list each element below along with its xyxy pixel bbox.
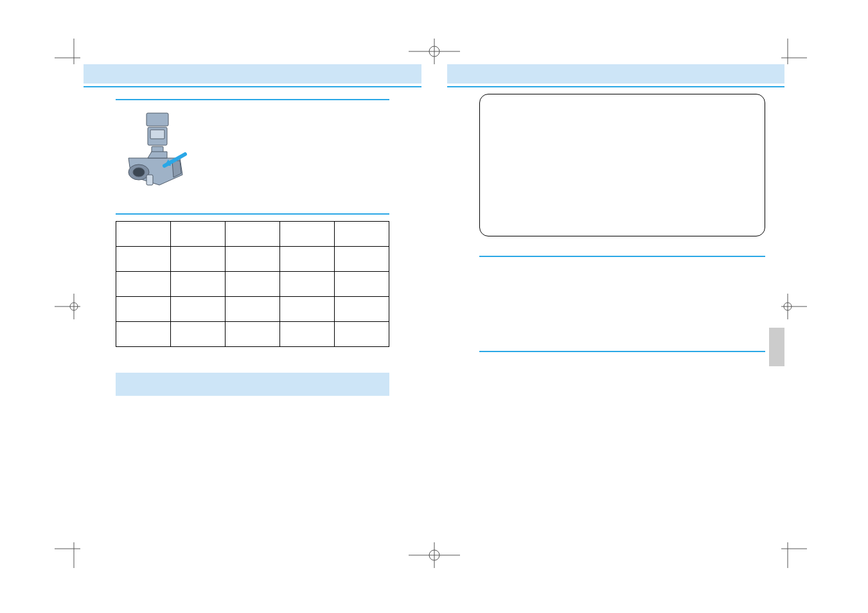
svg-point-9: [133, 168, 145, 177]
table-cell: [170, 272, 225, 297]
table-cell: [225, 272, 279, 297]
table-cell: [334, 322, 389, 347]
table-cell: [279, 272, 334, 297]
section-divider-1: [116, 99, 389, 100]
side-thumb-tab: [769, 328, 784, 366]
table-cell: [334, 297, 389, 322]
table-cell: [279, 247, 334, 272]
svg-rect-4: [146, 113, 168, 126]
right-page: [447, 64, 785, 536]
header-rule-right: [447, 86, 785, 87]
table-header-cell: [170, 222, 225, 247]
camera-with-flash-illustration: [116, 111, 193, 194]
section-divider-2: [116, 213, 389, 215]
table-header-cell: [334, 222, 389, 247]
table-cell: [116, 247, 171, 272]
tip-band: [116, 373, 389, 396]
header-band-right: [447, 64, 785, 84]
table-row: [116, 272, 389, 297]
section-divider-3: [479, 256, 766, 257]
table-cell: [116, 322, 171, 347]
text-block-1: [479, 262, 766, 339]
table-cell: [279, 322, 334, 347]
table-header-row: [116, 222, 389, 247]
table-cell: [279, 297, 334, 322]
table-cell: [334, 247, 389, 272]
camera-description-text: [202, 111, 389, 194]
header-band-left: [84, 64, 421, 84]
svg-rect-6: [150, 130, 164, 139]
registration-mark-bottom: [409, 542, 460, 568]
table-header-cell: [279, 222, 334, 247]
table-cell: [225, 322, 279, 347]
table-cell: [334, 272, 389, 297]
table-row: [116, 297, 389, 322]
table-cell: [225, 247, 279, 272]
registration-mark-top: [409, 39, 460, 64]
header-rule-left: [84, 86, 421, 87]
table-cell: [225, 297, 279, 322]
left-page: [84, 64, 421, 536]
table-header-cell: [116, 222, 171, 247]
info-box: [479, 94, 766, 236]
table-cell: [170, 297, 225, 322]
table-cell: [116, 297, 171, 322]
section-divider-4: [479, 351, 766, 352]
table-header-cell: [225, 222, 279, 247]
table-cell: [170, 322, 225, 347]
table-cell: [116, 272, 171, 297]
data-table: [116, 221, 389, 347]
table-row: [116, 322, 389, 347]
table-row: [116, 247, 389, 272]
svg-rect-10: [146, 175, 153, 185]
table-cell: [170, 247, 225, 272]
